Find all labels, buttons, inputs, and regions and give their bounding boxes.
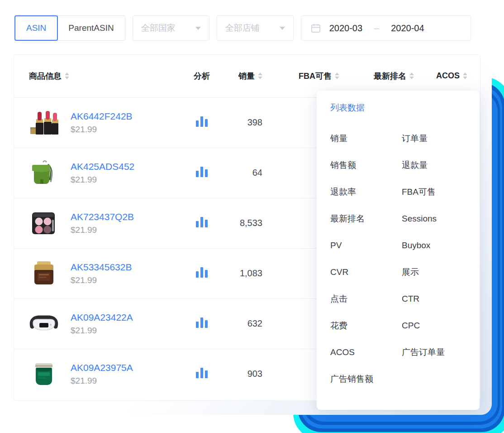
asin-link[interactable]: AK09A23422A [71,312,133,323]
chevron-down-icon [280,27,285,30]
product-image-eyeshadow-palette [29,208,59,238]
metric-option-fba-available[interactable]: FBA可售 [402,178,445,205]
column-header-latest-rank[interactable]: 最新排名 [374,71,414,82]
metric-option-ad-orders[interactable]: 广告订单量 [402,339,445,366]
popup-title: 列表数据 [330,102,466,113]
sort-icon [463,72,467,79]
date-range-separator: – [374,23,379,34]
product-price: $21.99 [71,326,133,336]
metric-option-sales-amount[interactable]: 销售额 [330,152,402,178]
product-image-white-wearable-device [29,309,59,339]
metric-option-ad-sales-amount[interactable]: 广告销售额 [330,366,402,392]
calendar-icon [310,23,321,34]
metric-option-clicks[interactable]: 点击 [330,285,402,312]
popup-column-right: 订单量 退款量 FBA可售 Sessions Buybox 展示 CTR CPC… [402,125,445,392]
metric-option-sessions[interactable]: Sessions [402,205,445,232]
metric-option-buybox[interactable]: Buybox [402,232,445,259]
analysis-chart-icon[interactable] [196,317,208,328]
column-header-product-info[interactable]: 商品信息 [29,71,69,82]
product-image-lipsticks [29,108,59,138]
page: ASIN ParentASIN 全部国家 全部店铺 2020-03 – 2020… [0,0,504,433]
asin-link[interactable]: AK6442F242B [71,111,133,122]
product-price: $21.99 [71,225,134,235]
metric-option-cpc[interactable]: CPC [402,312,445,339]
metric-option-spend[interactable]: 花费 [330,312,402,339]
metric-option-cvr[interactable]: CVR [330,259,402,285]
column-label: FBA可售 [299,71,332,82]
product-price: $21.99 [71,175,134,185]
metric-option-orders[interactable]: 订单量 [402,125,445,152]
column-label: ACOS [436,71,460,81]
tab-parent-asin[interactable]: ParentASIN [57,15,125,41]
store-select[interactable]: 全部店铺 [217,15,294,41]
sort-icon [65,72,69,79]
analysis-chart-icon[interactable] [196,367,208,378]
asin-link[interactable]: AK09A23975A [71,362,133,373]
date-range-start: 2020-03 [329,23,362,34]
column-label: 销量 [238,71,255,82]
sales-value: 64 [222,148,271,198]
sales-value: 632 [222,298,271,349]
metric-option-sales[interactable]: 销量 [330,125,402,152]
column-header-fba-available[interactable]: FBA可售 [299,71,339,82]
metric-option-refund-rate[interactable]: 退款率 [330,178,402,205]
product-price: $21.99 [71,376,133,386]
analysis-chart-icon[interactable] [196,267,208,278]
analysis-chart-icon[interactable] [196,166,208,177]
metric-option-pv[interactable]: PV [330,232,402,259]
analysis-chart-icon[interactable] [196,116,208,127]
sales-value: 1,083 [222,248,271,298]
sort-icon [409,72,414,79]
product-image-green-cream-jar [29,359,59,389]
sales-value: 398 [222,97,271,148]
sort-icon [258,72,262,79]
analysis-chart-icon[interactable] [196,216,208,227]
column-label: 商品信息 [29,71,62,82]
country-select[interactable]: 全部国家 [133,15,209,41]
column-header-analysis: 分析 [194,71,210,82]
product-price: $21.99 [71,275,132,285]
metric-option-ctr[interactable]: CTR [402,285,445,312]
chevron-down-icon [195,27,201,30]
column-header-acos[interactable]: ACOS [436,71,467,81]
product-image-backpack [29,158,59,188]
asin-link[interactable]: AK53345632B [71,262,132,273]
filter-bar: ASIN ParentASIN 全部国家 全部店铺 2020-03 – 2020… [14,15,471,41]
date-range-picker[interactable]: 2020-03 – 2020-04 [301,15,471,41]
metric-option-impressions[interactable]: 展示 [402,259,445,285]
metric-option-refunds[interactable]: 退款量 [402,152,445,178]
column-label: 最新排名 [374,71,406,82]
date-range-end: 2020-04 [391,23,424,34]
list-data-popup: 列表数据 销量 销售额 退款率 最新排名 PV CVR 点击 花费 ACOS 广… [317,91,480,410]
sales-value: 8,533 [222,198,271,248]
column-header-sales[interactable]: 销量 [238,71,262,82]
product-price: $21.99 [71,125,133,135]
sales-value: 903 [222,349,271,399]
metric-option-acos[interactable]: ACOS [330,339,402,366]
popup-column-left: 销量 销售额 退款率 最新排名 PV CVR 点击 花费 ACOS 广告销售额 [330,125,402,392]
tab-asin[interactable]: ASIN [14,15,58,41]
asin-link[interactable]: AK723437Q2B [71,212,134,222]
column-label: 分析 [194,71,210,82]
metric-option-latest-rank[interactable]: 最新排名 [330,205,402,232]
sort-icon [335,72,339,79]
asin-view-toggle: ASIN ParentASIN [14,15,125,41]
country-select-value: 全部国家 [141,22,176,34]
product-image-brown-cream-jar [29,259,59,289]
store-select-value: 全部店铺 [225,22,260,34]
asin-link[interactable]: AK425ADS452 [71,161,134,172]
